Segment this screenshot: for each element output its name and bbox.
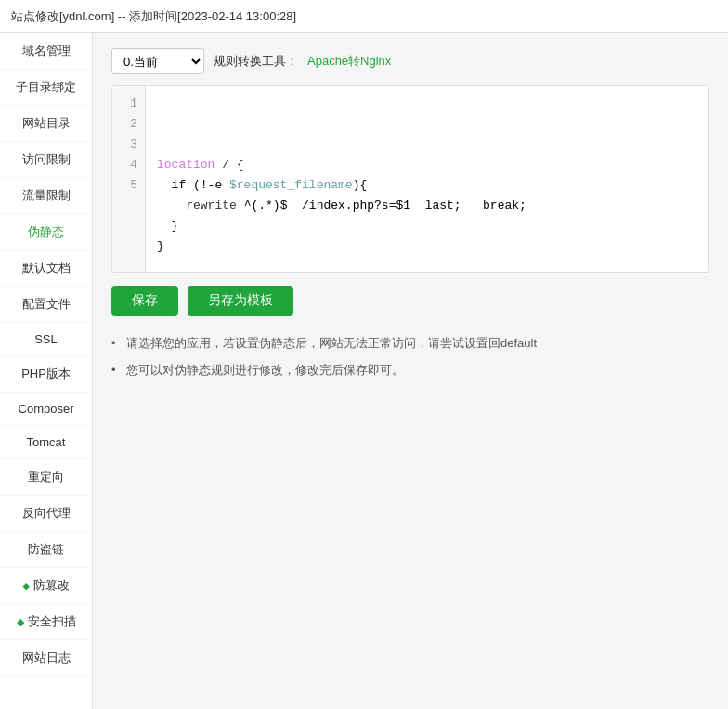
line-number: 1 — [112, 94, 145, 114]
sidebar-item-label: Composer — [19, 402, 74, 416]
diamond-icon: ◆ — [22, 580, 30, 592]
sidebar-item-label: 访问限制 — [22, 151, 71, 168]
sidebar-item-tomcat[interactable]: Tomcat — [0, 426, 92, 459]
sidebar-item-label: 域名管理 — [22, 43, 71, 59]
sidebar-item-redirect[interactable]: 重定向 — [0, 459, 92, 496]
sidebar-item-label: 防篡改 — [33, 577, 70, 594]
sidebar-item-label: 安全扫描 — [28, 613, 76, 630]
sidebar: 域名管理子目录绑定网站目录访问限制流量限制伪静态默认文档配置文件SSLPHP版本… — [0, 33, 93, 709]
sidebar-item-label: 网站日志 — [22, 650, 71, 666]
code-line: } — [157, 216, 697, 237]
line-number: 5 — [112, 175, 145, 196]
save-as-template-button[interactable]: 另存为模板 — [188, 286, 293, 316]
code-editor[interactable]: 12345 location / { if (!-e $request_file… — [111, 85, 709, 273]
sidebar-item-access-limit[interactable]: 访问限制 — [0, 142, 92, 178]
code-line: location / { — [157, 155, 697, 175]
sidebar-item-label: 伪静态 — [28, 224, 64, 240]
sidebar-item-flow-limit[interactable]: 流量限制 — [0, 178, 92, 214]
sidebar-item-php-version[interactable]: PHP版本 — [0, 356, 92, 393]
sidebar-item-label: 反向代理 — [22, 505, 71, 522]
line-number: 4 — [112, 155, 145, 175]
sidebar-item-hotlink[interactable]: 防盗链 — [0, 532, 92, 568]
content-area: 0.当前 规则转换工具： Apache转Nginx 12345 location… — [93, 33, 728, 709]
sidebar-item-domain[interactable]: 域名管理 — [0, 33, 92, 70]
diamond-icon: ◆ — [17, 616, 24, 628]
code-lines: 12345 location / { if (!-e $request_file… — [112, 86, 708, 272]
sidebar-item-reverse-proxy[interactable]: 反向代理 — [0, 496, 92, 532]
sidebar-item-website-dir[interactable]: 网站目录 — [0, 106, 92, 142]
sidebar-item-label: SSL — [34, 332, 58, 346]
sidebar-item-ssl[interactable]: SSL — [0, 323, 92, 356]
sidebar-item-label: 重定向 — [28, 469, 64, 485]
sidebar-item-label: Tomcat — [27, 435, 66, 449]
code-line: rewrite ^(.*)$ /index.php?s=$1 last; bre… — [157, 196, 697, 216]
sidebar-item-label: 子目录绑定 — [16, 79, 76, 96]
title-bar: 站点修改[ydnl.com] -- 添加时间[2023-02-14 13:00:… — [0, 0, 728, 33]
sidebar-item-subdir[interactable]: 子目录绑定 — [0, 70, 92, 106]
keyword-location: location — [157, 158, 214, 172]
sidebar-item-label: 网站目录 — [22, 115, 71, 132]
tool-label: 规则转换工具： — [214, 53, 298, 70]
sidebar-item-label: 防盗链 — [28, 541, 64, 558]
line-number: 2 — [112, 114, 145, 135]
code-line: if (!-e $request_filename){ — [157, 175, 697, 196]
version-select[interactable]: 0.当前 — [111, 48, 204, 74]
toolbar: 0.当前 规则转换工具： Apache转Nginx — [111, 48, 709, 74]
sidebar-item-label: 配置文件 — [22, 296, 71, 313]
note-item: 请选择您的应用，若设置伪静态后，网站无法正常访问，请尝试设置回default — [111, 334, 709, 354]
sidebar-item-label: 默认文档 — [22, 260, 71, 277]
button-row: 保存 另存为模板 — [111, 286, 709, 316]
keyword-var: $request_filename — [229, 178, 353, 192]
sidebar-item-pseudo-static[interactable]: 伪静态 — [0, 214, 92, 251]
sidebar-item-website-log[interactable]: 网站日志 — [0, 640, 92, 677]
sidebar-item-tamper[interactable]: ◆防篡改 — [0, 568, 92, 604]
note-item: 您可以对伪静态规则进行修改，修改完后保存即可。 — [111, 361, 709, 380]
sidebar-item-security-scan[interactable]: ◆安全扫描 — [0, 604, 92, 640]
sidebar-item-label: 流量限制 — [22, 187, 71, 204]
code-content[interactable]: location / { if (!-e $request_filename){… — [146, 86, 708, 272]
sidebar-item-label: PHP版本 — [21, 366, 71, 382]
save-button[interactable]: 保存 — [111, 286, 178, 316]
line-number: 3 — [112, 135, 145, 155]
code-line: } — [157, 237, 697, 257]
line-numbers: 12345 — [112, 86, 146, 272]
tool-link[interactable]: Apache转Nginx — [307, 53, 391, 70]
sidebar-item-default-doc[interactable]: 默认文档 — [0, 251, 92, 287]
title-text: 站点修改[ydnl.com] -- 添加时间[2023-02-14 13:00:… — [11, 8, 296, 25]
sidebar-item-config-file[interactable]: 配置文件 — [0, 287, 92, 323]
notes-list: 请选择您的应用，若设置伪静态后，网站无法正常访问，请尝试设置回default您可… — [111, 334, 709, 380]
sidebar-item-composer[interactable]: Composer — [0, 393, 92, 426]
main-container: 域名管理子目录绑定网站目录访问限制流量限制伪静态默认文档配置文件SSLPHP版本… — [0, 33, 728, 709]
